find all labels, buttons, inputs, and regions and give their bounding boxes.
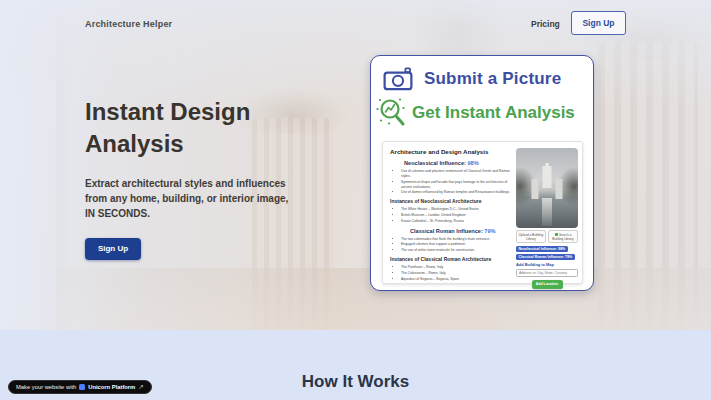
hero-copy: Instant Design Analysis Extract architec… — [85, 96, 295, 260]
library-buttons: Upload a Building Library Search a Build… — [516, 230, 578, 243]
bullet: Use of columns and pilasters reminiscent… — [401, 169, 512, 179]
pilaster-decoration — [56, 0, 72, 330]
hero-title: Instant Design Analysis — [85, 96, 275, 161]
bullet: The use of white stone materials for con… — [401, 248, 512, 253]
add-building-form: Add Building to Map Add Location — [516, 262, 578, 289]
add-location-button[interactable]: Add Location — [532, 280, 563, 289]
bullet: The two colonnades that flank the buildi… — [401, 237, 512, 242]
instant-analysis-title: Get Instant Analysis — [412, 103, 575, 123]
bullet: British Museum – London, United Kingdom — [401, 213, 512, 218]
instances-heading: Instances of Neoclassical Architecture — [390, 198, 512, 204]
influence-bullets: Use of columns and pilasters reminiscent… — [393, 169, 512, 195]
instances-list: The White House – Washington D.C., Unite… — [393, 207, 512, 223]
external-link-arrow: ↗ — [138, 383, 143, 391]
top-nav: Architecture Helper Pricing Sign Up — [0, 0, 711, 46]
bullet: Kazan Cathedral – St. Petersburg, Russia — [401, 219, 512, 224]
influence-heading: Classical Roman Influence: 79% — [410, 228, 512, 234]
camera-icon — [383, 67, 413, 91]
upload-building-button[interactable]: Upload a Building Library — [516, 230, 546, 243]
nav-link-pricing[interactable]: Pricing — [531, 19, 560, 29]
nav-signup-button[interactable]: Sign Up — [571, 11, 626, 35]
bullet: The Colosseum – Rome, Italy — [401, 271, 512, 276]
influence-percent: 98% — [467, 160, 478, 166]
bullet: Use of domes influenced by Roman temples… — [401, 190, 512, 195]
instances-heading: Instances of Classical Roman Architectur… — [390, 256, 512, 262]
influence-pill: Neoclassical Influence: 98% — [516, 246, 568, 252]
address-input[interactable] — [516, 269, 578, 277]
influence-pill: Classical Roman Influence: 79% — [516, 254, 575, 260]
demo-card: Submit a Picture Get Instant Analysis — [370, 55, 594, 291]
add-building-label: Add Building to Map — [516, 262, 578, 267]
influence-pills: Neoclassical Influence: 98% Classical Ro… — [516, 246, 578, 260]
influence-label: Classical Roman Influence: — [410, 228, 483, 234]
brand-logo[interactable]: Architecture Helper — [85, 19, 172, 29]
report-media-column: Upload a Building Library Search a Build… — [516, 148, 578, 279]
hero-section: Architecture Helper Pricing Sign Up Inst… — [0, 0, 711, 330]
hero-signup-button[interactable]: Sign Up — [85, 238, 141, 260]
instances-list: The Pantheon – Rome, Italy The Colosseum… — [393, 265, 512, 281]
influence-bullets: The two colonnades that flank the buildi… — [393, 237, 512, 253]
unicorn-platform-badge[interactable]: Make your website with Unicorn Platform … — [8, 380, 152, 394]
unicorn-icon — [79, 384, 85, 390]
badge-brand: Unicorn Platform — [88, 384, 135, 390]
bullet: Symmetrical shape and facade that pays h… — [401, 180, 512, 190]
submit-picture-title: Submit a Picture — [424, 69, 561, 89]
influence-percent: 79% — [484, 228, 495, 234]
column-decoration — [598, 42, 698, 330]
badge-prefix: Make your website with — [16, 384, 76, 390]
report-text-column: Architecture and Design Analysis Neoclas… — [390, 148, 512, 279]
hero-description: Extract architectural styles and influen… — [85, 176, 290, 221]
bullet: Engaged columns that support a pediment. — [401, 242, 512, 247]
building-photo — [516, 148, 578, 228]
bullet: The Pantheon – Rome, Italy — [401, 265, 512, 270]
influence-heading: Neoclassical Influence: 98% — [404, 160, 512, 166]
influence-label: Neoclassical Influence: — [404, 160, 466, 166]
report-title: Architecture and Design Analysis — [390, 148, 512, 155]
page: Architecture Helper Pricing Sign Up Inst… — [0, 0, 711, 400]
instant-analysis-row: Get Instant Analysis — [371, 91, 593, 130]
submit-picture-row: Submit a Picture — [371, 56, 593, 91]
search-building-button[interactable]: Search a Building Library — [548, 230, 578, 243]
magnifier-chart-icon — [375, 96, 409, 130]
bullet: The White House – Washington D.C., Unite… — [401, 207, 512, 212]
bullet: Aqueduct of Segovia – Segovia, Spain — [401, 277, 512, 282]
analysis-report: Architecture and Design Analysis Neoclas… — [382, 141, 583, 284]
